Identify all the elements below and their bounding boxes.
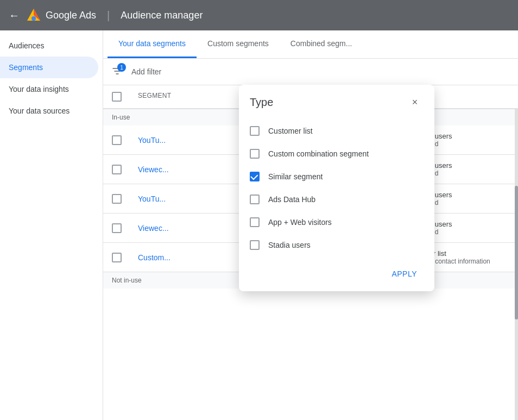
sidebar-item-audiences-label: Audiences: [9, 41, 44, 50]
header-divider: |: [107, 9, 110, 22]
app-header: ← Google Ads | Audience manager: [0, 0, 518, 30]
sidebar: Audiences Segments Your data insights Yo…: [0, 30, 103, 420]
page-title: Audience manager: [121, 10, 203, 21]
ads-data-hub-checkbox[interactable]: [250, 195, 260, 204]
stadia-users-label: Stadia users: [268, 241, 311, 249]
custom-combination-checkbox[interactable]: [250, 149, 260, 159]
content-area: Your data segments Custom segments Combi…: [103, 30, 518, 420]
sidebar-item-data-sources[interactable]: Your data sources: [0, 100, 103, 122]
sidebar-item-data-sources-label: Your data sources: [9, 106, 70, 115]
google-ads-logo-icon: [26, 8, 41, 23]
dropdown-item-app-web-visitors[interactable]: App + Web visitors: [239, 211, 434, 234]
app-logo: Google Ads: [26, 8, 96, 23]
dropdown-footer: Apply: [239, 261, 434, 291]
app-web-visitors-checkbox[interactable]: [250, 217, 260, 227]
ads-data-hub-label: Ads Data Hub: [268, 195, 315, 204]
dropdown-item-custom-combination[interactable]: Custom combination segment: [239, 142, 434, 165]
dropdown-item-customer-list[interactable]: Customer list: [239, 120, 434, 142]
sidebar-item-segments[interactable]: Segments: [0, 57, 98, 78]
modal-overlay: Type × Customer list Custom combination …: [103, 30, 518, 420]
sidebar-item-segments-label: Segments: [9, 63, 43, 72]
apply-button[interactable]: Apply: [383, 265, 426, 283]
custom-combination-label: Custom combination segment: [268, 149, 369, 158]
stadia-users-checkbox[interactable]: [250, 240, 260, 250]
dropdown-title: Type: [250, 96, 273, 109]
back-button[interactable]: ←: [9, 9, 20, 22]
dropdown-close-button[interactable]: ×: [406, 93, 424, 111]
customer-list-label: Customer list: [268, 127, 313, 135]
similar-segment-checkbox[interactable]: [250, 172, 260, 181]
dropdown-item-similar-segment[interactable]: Similar segment: [239, 165, 434, 188]
main-layout: Audiences Segments Your data insights Yo…: [0, 30, 518, 420]
dropdown-item-stadia-users[interactable]: Stadia users: [239, 234, 434, 256]
customer-list-checkbox[interactable]: [250, 126, 260, 136]
type-dropdown: Type × Customer list Custom combination …: [239, 85, 434, 291]
app-web-visitors-label: App + Web visitors: [268, 218, 332, 227]
svg-point-2: [31, 16, 36, 21]
similar-segment-label: Similar segment: [268, 172, 323, 181]
app-name-label: Google Ads: [46, 10, 96, 21]
sidebar-item-audiences[interactable]: Audiences: [0, 35, 103, 57]
dropdown-item-ads-data-hub[interactable]: Ads Data Hub: [239, 188, 434, 211]
dropdown-items: Customer list Custom combination segment…: [239, 117, 434, 261]
sidebar-item-data-insights[interactable]: Your data insights: [0, 78, 103, 100]
sidebar-item-data-insights-label: Your data insights: [9, 85, 69, 93]
dropdown-header: Type ×: [239, 85, 434, 117]
